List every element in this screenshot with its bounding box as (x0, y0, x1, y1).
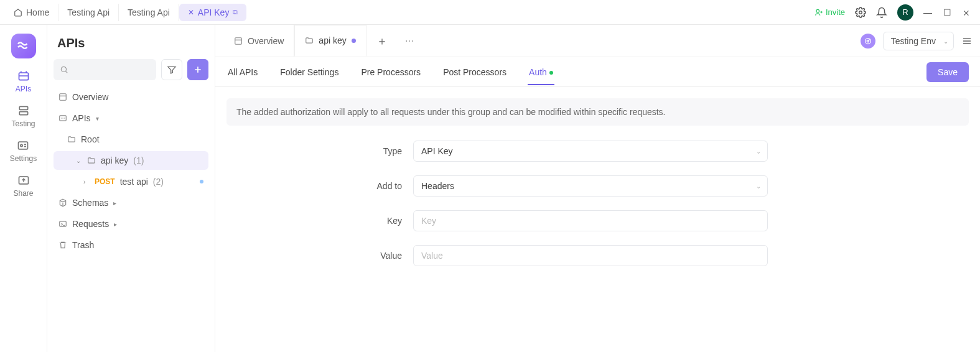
svg-rect-12 (235, 37, 242, 44)
chevron-down-icon: ⌄ (943, 37, 948, 44)
svg-point-1 (859, 11, 862, 14)
sidebar-requests[interactable]: Requests ▸ (54, 215, 208, 233)
add-button[interactable] (187, 59, 208, 80)
minimize-icon[interactable]: — (923, 7, 932, 17)
sidebar-root[interactable]: Root (54, 130, 208, 149)
chevron-right-icon[interactable]: › (83, 178, 90, 185)
window-controls: — ☐ ⨯ (923, 7, 970, 17)
row-label: test api (120, 177, 148, 187)
topbar-right: Invite R — ☐ ⨯ (814, 4, 975, 21)
doc-tab-label: api key (319, 35, 346, 45)
sidebar-trash[interactable]: Trash (54, 236, 208, 254)
overview-icon (234, 37, 243, 45)
more-tabs-button[interactable]: ⋯ (398, 36, 421, 46)
key-input[interactable] (413, 210, 768, 231)
status-dot (200, 180, 203, 183)
value-label: Value (226, 251, 413, 261)
top-tabs: Home Testing Api Testing Api ✕ API Key ⧉ (5, 4, 814, 21)
rail-share[interactable]: Share (13, 174, 33, 198)
document-tabs: Overview api key ＋ ⋯ Testing Env (215, 25, 980, 57)
doc-tab-overview[interactable]: Overview (224, 25, 294, 57)
request-icon (58, 220, 67, 228)
row-value: Value (226, 245, 969, 266)
rail-label: Settings (10, 154, 37, 163)
tab-home-label: Home (26, 7, 49, 17)
rail-label: Testing (11, 119, 35, 128)
doc-tab-apikey[interactable]: api key (294, 25, 366, 57)
row-count: (1) (133, 155, 144, 165)
svg-point-6 (21, 144, 22, 146)
folder-icon (305, 36, 314, 45)
folder-icon (87, 156, 96, 165)
tab-api-key[interactable]: ✕ API Key ⧉ (179, 4, 247, 21)
sidebar: APIs Overview (47, 25, 215, 352)
subtab-pre-processors[interactable]: Pre Processors (360, 60, 422, 85)
invite-button[interactable]: Invite (814, 7, 845, 17)
search-input[interactable] (54, 59, 156, 80)
addto-label: Add to (226, 181, 413, 191)
sidebar-tree: Overview APIs ▾ Root ⌄ (54, 88, 208, 254)
row-label: Overview (72, 92, 108, 102)
sidebar-title: APIs (57, 36, 205, 50)
sub-tabs: All APIs Folder Settings Pre Processors … (215, 57, 980, 87)
subtab-folder-settings[interactable]: Folder Settings (279, 60, 340, 85)
chevron-down-icon[interactable]: ⌄ (76, 157, 82, 164)
tab-testing-2[interactable]: Testing Api (119, 4, 179, 21)
tab-testing-1[interactable]: Testing Api (58, 4, 119, 21)
close-window-icon[interactable]: ⨯ (963, 7, 970, 17)
window-tabs-bar: Home Testing Api Testing Api ✕ API Key ⧉… (0, 0, 980, 25)
sidebar-apikey-folder[interactable]: ⌄ api key (1) (54, 151, 208, 170)
subtab-all-apis[interactable]: All APIs (226, 60, 259, 85)
trash-icon (58, 241, 67, 249)
row-addto: Add to Headers ⌄ (226, 175, 969, 197)
type-label: Type (226, 146, 413, 156)
svg-rect-4 (19, 112, 27, 115)
doc-right: Testing Env ⌄ (861, 32, 980, 50)
environment-select[interactable]: Testing Env ⌄ (883, 32, 954, 50)
type-select[interactable]: API Key ⌄ (413, 141, 768, 162)
addto-value: Headers (421, 181, 454, 191)
avatar[interactable]: R (897, 4, 913, 21)
value-input[interactable] (413, 245, 768, 266)
rail-apis[interactable]: APIs (16, 70, 31, 93)
row-label: api key (101, 155, 128, 165)
sidebar-apis[interactable]: APIs ▾ (54, 109, 208, 127)
key-label: Key (226, 216, 413, 226)
rail-testing[interactable]: Testing (11, 104, 35, 128)
rail-label: Share (13, 189, 33, 198)
environment-icon[interactable] (861, 34, 875, 49)
bell-icon[interactable] (876, 7, 887, 18)
app-logo[interactable] (11, 34, 36, 58)
share-icon (17, 174, 30, 187)
chevron-down-icon: ⌄ (756, 148, 761, 155)
svg-rect-3 (19, 106, 27, 109)
addto-select[interactable]: Headers ⌄ (413, 175, 768, 197)
svg-rect-2 (19, 73, 28, 80)
folder-icon (67, 135, 76, 144)
sidebar-test-api[interactable]: › POST test api (2) (54, 172, 208, 191)
menu-icon[interactable] (961, 35, 973, 47)
row-label: Requests (72, 219, 109, 229)
modified-dot (352, 39, 356, 43)
subtab-auth[interactable]: Auth (528, 60, 554, 85)
new-tab-button[interactable]: ＋ (366, 34, 398, 49)
rail-settings[interactable]: Settings (10, 139, 37, 163)
settings-gear-icon[interactable] (855, 7, 866, 18)
apis-icon (17, 70, 30, 82)
subtab-label: Auth (529, 67, 547, 77)
close-icon[interactable]: ✕ (188, 8, 194, 17)
filter-button[interactable] (161, 59, 182, 80)
save-button[interactable]: Save (926, 62, 969, 82)
content: Overview api key ＋ ⋯ Testing Env (215, 25, 980, 352)
svg-rect-9 (60, 94, 67, 101)
subtab-post-processors[interactable]: Post Processors (442, 60, 508, 85)
tab-home[interactable]: Home (5, 4, 58, 21)
settings-icon (17, 139, 29, 152)
sidebar-overview[interactable]: Overview (54, 88, 208, 106)
sidebar-schemas[interactable]: Schemas ▸ (54, 193, 208, 212)
row-label: Root (81, 134, 100, 144)
svg-point-0 (816, 9, 819, 12)
svg-rect-11 (60, 221, 67, 226)
maximize-icon[interactable]: ☐ (943, 7, 951, 17)
svg-point-8 (61, 67, 66, 72)
